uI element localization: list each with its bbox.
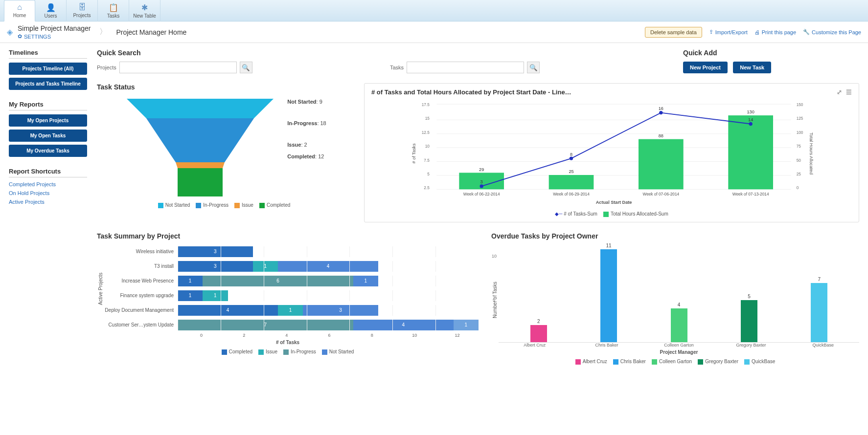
gear-icon: ✿ <box>18 33 22 40</box>
svg-text:88: 88 <box>659 133 663 138</box>
svg-text:130: 130 <box>747 109 754 114</box>
overdue-legend: Albert CruzChris BakerColleen GartonGreg… <box>491 359 859 365</box>
svg-point-38 <box>659 111 662 114</box>
svg-text:75: 75 <box>797 144 801 149</box>
delete-sample-data-button[interactable]: Delete sample data <box>645 27 702 38</box>
bar-segment[interactable]: 6 <box>203 276 353 286</box>
bar-segment[interactable]: 1 <box>353 276 378 286</box>
bar-segment[interactable]: 1 <box>178 276 203 286</box>
nav-home[interactable]: ⌂Home <box>4 0 35 22</box>
overdue-chart: 211457 <box>499 245 859 343</box>
overdue-bar[interactable] <box>671 308 687 342</box>
print-page-link[interactable]: 🖨Print this page <box>754 29 796 35</box>
bar-segment[interactable]: 1 <box>203 290 228 301</box>
summary-row: T3 install314 <box>104 260 479 273</box>
import-export-link[interactable]: ⇪Import/Export <box>709 29 748 35</box>
nav-tasks[interactable]: 📋Tasks <box>98 0 129 22</box>
svg-text:Week of 06-22-2014: Week of 06-22-2014 <box>463 192 500 196</box>
svg-text:7.5: 7.5 <box>424 158 430 163</box>
funnel-label-not-started: Not Started: 9 <box>287 99 326 105</box>
on-hold-projects-link[interactable]: On Hold Projects <box>9 190 87 196</box>
projects-search-button[interactable]: 🔍 <box>240 62 252 73</box>
svg-text:25: 25 <box>797 172 801 176</box>
quick-search-spacer <box>390 49 670 57</box>
my-overdue-tasks-button[interactable]: My Overdue Tasks <box>9 145 87 157</box>
funnel-label-issue: Issue: 2 <box>287 142 326 148</box>
summary-y-title: Active Projects <box>97 245 104 333</box>
projects-timeline-all-button[interactable]: Projects Timeline (All) <box>9 63 87 75</box>
menu-icon[interactable]: ☰ <box>846 88 852 96</box>
expand-icon[interactable]: ⤢ <box>837 88 842 96</box>
bar-segment[interactable]: 4 <box>178 305 278 316</box>
bar-segment[interactable]: 1 <box>253 261 278 272</box>
overdue-bar[interactable] <box>600 249 617 342</box>
bar-segment[interactable]: 3 <box>178 246 253 257</box>
tasks-search-button[interactable]: 🔍 <box>527 62 540 73</box>
combo-chart-card: # of Tasks and Total Hours Allocated by … <box>364 83 859 222</box>
svg-text:5: 5 <box>427 172 430 176</box>
svg-text:16: 16 <box>659 106 663 111</box>
my-open-projects-button[interactable]: My Open Projects <box>9 114 87 127</box>
overdue-bar[interactable] <box>811 283 827 342</box>
projects-search-input[interactable] <box>119 62 237 73</box>
customize-page-link[interactable]: 🔧Customize this Page <box>803 29 861 35</box>
new-task-button[interactable]: New Task <box>733 62 771 73</box>
funnel-label-in-progress: In-Progress: 18 <box>287 120 326 126</box>
overdue-bar[interactable] <box>530 325 547 342</box>
svg-marker-1 <box>146 118 254 162</box>
nav-users[interactable]: 👤Users <box>35 0 67 22</box>
projects-search-label: Projects <box>97 65 116 70</box>
summary-x-title: # of Tasks <box>97 340 479 345</box>
svg-text:15: 15 <box>425 116 430 121</box>
breadcrumb-separator: 〉 <box>99 27 107 37</box>
svg-marker-2 <box>176 162 225 168</box>
bar-segment[interactable]: 1 <box>178 290 203 301</box>
svg-text:0: 0 <box>797 186 799 190</box>
svg-rect-30 <box>639 139 684 190</box>
svg-text:3: 3 <box>480 179 483 184</box>
active-projects-link[interactable]: Active Projects <box>9 199 87 205</box>
bar-segment[interactable]: 1 <box>278 305 303 316</box>
search-icon: 🔍 <box>242 64 250 71</box>
svg-text:17.5: 17.5 <box>422 103 430 107</box>
home-icon: ⌂ <box>17 3 22 12</box>
summary-row: Customer Ser…ystem Update741 <box>104 318 479 332</box>
svg-text:150: 150 <box>797 103 803 107</box>
svg-text:Total Hours Allocated: Total Hours Allocated <box>809 132 814 174</box>
my-reports-heading: My Reports <box>9 101 87 110</box>
svg-text:12.5: 12.5 <box>422 130 430 135</box>
nav-new-table[interactable]: ✱New Table <box>129 0 160 22</box>
summary-row: Wireless initiative3 <box>104 245 479 259</box>
summary-row: Increase Web Presence161 <box>104 274 479 288</box>
summary-row: Deploy Document Management413 <box>104 304 479 317</box>
bar-segment[interactable]: 4 <box>353 320 454 330</box>
bar-segment[interactable]: 4 <box>278 261 378 272</box>
overdue-x-title: Project Manager <box>499 349 859 355</box>
page-title: Project Manager Home <box>116 28 186 36</box>
completed-projects-link[interactable]: Completed Projects <box>9 181 87 187</box>
app-name[interactable]: Simple Project Manager <box>18 24 91 32</box>
bar-segment[interactable]: 7 <box>178 320 353 330</box>
bar-segment[interactable]: 3 <box>303 305 378 316</box>
bar-segment[interactable]: 1 <box>454 320 479 330</box>
settings-link[interactable]: ✿SETTINGS <box>18 33 91 40</box>
task-status-heading: Task Status <box>97 83 351 91</box>
svg-rect-29 <box>549 175 594 189</box>
svg-marker-3 <box>178 168 223 196</box>
tasks-search-input[interactable] <box>407 62 524 73</box>
new-project-button[interactable]: New Project <box>683 62 728 73</box>
bar-segment[interactable]: 3 <box>178 261 253 272</box>
left-sidebar: Timelines Projects Timeline (All) Projec… <box>9 49 87 374</box>
nav-projects[interactable]: 🗄Projects <box>67 0 98 22</box>
svg-text:# of Tasks: # of Tasks <box>411 143 416 163</box>
svg-text:14: 14 <box>748 117 753 122</box>
funnel-label-completed: Completed: 12 <box>287 153 326 159</box>
overdue-bar[interactable] <box>741 300 757 342</box>
users-icon: 👤 <box>46 3 56 12</box>
funnel-svg <box>122 99 278 196</box>
new-table-icon: ✱ <box>141 3 148 12</box>
svg-point-37 <box>570 156 573 160</box>
my-open-tasks-button[interactable]: My Open Tasks <box>9 130 87 142</box>
import-icon: ⇪ <box>709 29 713 35</box>
projects-tasks-timeline-button[interactable]: Projects and Tasks Timeline <box>9 78 87 90</box>
